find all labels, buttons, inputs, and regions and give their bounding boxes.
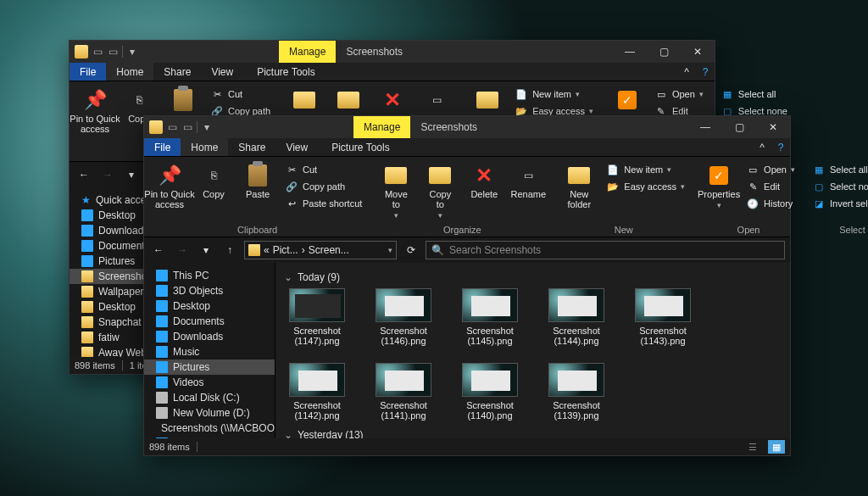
paste-button[interactable]: Paste [237,160,278,222]
help-icon[interactable]: ? [696,63,715,81]
properties-button[interactable]: Properties▾ [698,160,739,222]
content-area[interactable]: ⌄Today (9) Screenshot (1147).pngScreensh… [275,263,790,438]
nav-item-screenshots-network[interactable]: Screenshots (\\MACBOOK [144,421,275,436]
thumbnail-image [462,363,518,397]
nav-forward-button[interactable]: → [173,241,192,259]
copy-path-button[interactable]: 🔗Copy path [281,179,365,194]
view-details-button[interactable]: ☰ [744,440,761,454]
collapse-ribbon-icon[interactable]: ^ [753,138,771,156]
open-button[interactable]: ▭Open▾ [651,86,707,102]
new-folder-button[interactable]: New folder [559,160,599,222]
edit-button[interactable]: ✎Edit [743,179,798,194]
nav-recent-button[interactable]: ▾ [197,241,215,259]
tab-picture-tools[interactable]: Picture Tools [247,63,325,81]
maximize-button[interactable]: ▢ [647,41,681,63]
help-icon[interactable]: ? [771,138,790,156]
tab-picture-tools[interactable]: Picture Tools [321,138,399,156]
ribbon-group-open: Open [737,222,760,237]
copy-to-button[interactable]: Copy to▾ [420,160,460,222]
nav-item-this-pc[interactable]: This PC [144,268,275,283]
file-thumbnail[interactable]: Screenshot (1143).png [630,288,696,346]
nav-item-3d-objects[interactable]: 3D Objects [144,283,275,298]
tab-view[interactable]: View [201,63,243,81]
tab-file[interactable]: File [144,138,181,156]
cut-button[interactable]: ✂Cut [207,86,274,102]
nav-item-pictures[interactable]: Pictures [144,359,275,375]
close-button[interactable]: ✕ [681,41,715,63]
file-thumbnail[interactable]: Screenshot (1146).png [370,288,437,346]
nav-up-button[interactable]: ↑ [220,241,239,259]
nav-item-videos[interactable]: Videos [144,375,275,390]
nav-item-new-volume-d[interactable]: New Volume (D:) [144,405,275,421]
titlebar[interactable]: ▭ ▭ ▾ Manage Screenshots — ▢ ✕ [70,41,715,63]
thumbnail-image [376,288,431,322]
tab-share[interactable]: Share [153,63,201,81]
breadcrumb[interactable]: « Pict...› Screen... ▾ [244,241,397,259]
new-item-button[interactable]: 📄New item▾ [603,162,688,177]
rename-button[interactable]: ▭Rename [508,160,548,222]
nav-back-button[interactable]: ← [149,241,168,259]
contextual-tab-manage[interactable]: Manage [279,41,336,63]
pin-quick-access-button[interactable]: 📌Pin to Quick access [149,160,190,222]
contextual-tab-manage[interactable]: Manage [353,116,410,138]
move-to-button[interactable]: Move to▾ [376,160,416,222]
ribbon-group-select: Select [839,222,865,237]
tab-share[interactable]: Share [228,138,275,156]
thumbnail-image [289,363,345,397]
nav-item-music[interactable]: Music [144,344,275,359]
nav-item-downloads[interactable]: Downloads [144,329,275,344]
tab-file[interactable]: File [70,63,106,81]
file-thumbnail[interactable]: Screenshot (1144).png [543,288,609,346]
delete-button[interactable]: ✕Delete [464,160,504,222]
new-item-button[interactable]: 📄New item▾ [511,86,597,102]
file-thumbnail[interactable]: Screenshot (1139).png [543,363,609,421]
file-thumbnail[interactable]: Screenshot (1147).png [284,288,350,346]
search-icon: 🔍 [431,244,444,256]
ribbon-tabs: File Home Share View Picture Tools ^ ? [70,63,715,81]
collapse-ribbon-icon[interactable]: ^ [677,63,696,81]
qat-props-icon[interactable]: ▭ [166,121,178,133]
file-thumbnail[interactable]: Screenshot (1142).png [284,363,350,421]
nav-forward-button[interactable]: → [98,165,117,184]
history-button[interactable]: 🕘History [743,196,798,211]
nav-back-button[interactable]: ← [75,165,93,184]
nav-recent-button[interactable]: ▾ [122,165,141,184]
group-header-today[interactable]: ⌄Today (9) [284,271,782,283]
view-thumbnails-button[interactable]: ▦ [768,440,785,454]
select-all-button[interactable]: ▦Select all [717,86,791,102]
close-button[interactable]: ✕ [756,116,790,138]
tab-view[interactable]: View [275,138,318,156]
nav-item-documents[interactable]: Documents [144,314,275,329]
qat-new-icon[interactable]: ▭ [107,46,119,58]
qat-props-icon[interactable]: ▭ [92,46,103,58]
nav-item-desktop[interactable]: Desktop [144,298,275,314]
ribbon-group-clipboard: Clipboard [237,222,277,237]
maximize-button[interactable]: ▢ [722,116,756,138]
thumbnail-image [548,288,604,322]
invert-selection-button[interactable]: ◪Invert selection [809,196,868,211]
group-header-yesterday[interactable]: ⌄Yesterday (13) [284,429,782,438]
minimize-button[interactable]: — [613,41,647,63]
file-thumbnail[interactable]: Screenshot (1145).png [457,288,523,346]
copy-button[interactable]: ⎘Copy [193,160,234,222]
refresh-button[interactable]: ⟳ [402,244,420,256]
file-thumbnail[interactable]: Screenshot (1140).png [457,363,523,421]
easy-access-button[interactable]: 📂Easy access▾ [603,179,688,194]
file-thumbnail[interactable]: Screenshot (1141).png [370,363,437,421]
minimize-button[interactable]: — [688,116,722,138]
cut-button[interactable]: ✂Cut [281,162,365,177]
titlebar[interactable]: ▭ ▭ ▾ Manage Screenshots — ▢ ✕ [144,116,790,138]
paste-shortcut-button[interactable]: ↩Paste shortcut [281,196,365,211]
nav-item-local-disk-c[interactable]: Local Disk (C:) [144,390,275,405]
qat-dropdown-icon[interactable]: ▾ [201,121,213,133]
tab-home[interactable]: Home [106,63,153,81]
navigation-pane[interactable]: This PC 3D Objects Desktop Documents Dow… [144,263,275,438]
pin-quick-access-button[interactable]: 📌Pin to Quick access [75,85,115,161]
select-all-button[interactable]: ▦Select all [809,162,868,177]
search-input[interactable]: 🔍 Search Screenshots [426,241,785,259]
qat-new-icon[interactable]: ▭ [181,121,193,133]
tab-home[interactable]: Home [181,138,228,156]
open-button[interactable]: ▭Open▾ [743,162,798,177]
qat-dropdown-icon[interactable]: ▾ [126,46,138,58]
select-none-button[interactable]: ▢Select none [809,179,868,194]
